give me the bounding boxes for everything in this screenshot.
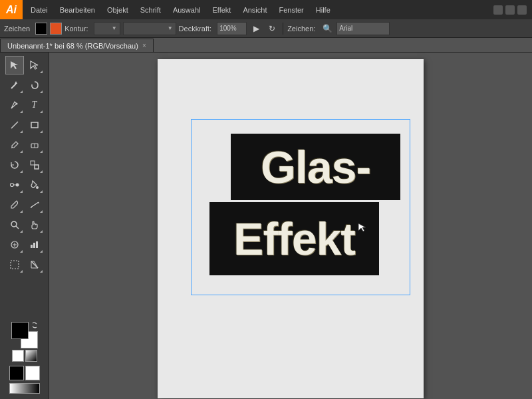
zoom-tool[interactable] [5,215,24,234]
rect-tool[interactable] [25,116,44,134]
canvas-area: Glas- Effekt [49,53,532,399]
text-tool[interactable]: T [25,96,44,114]
tool-row-3: T [5,96,44,114]
paint-bucket-tool[interactable] [25,176,44,194]
gradient-bar[interactable] [9,383,40,394]
tool-row-11 [5,255,44,274]
tool-row-2 [5,76,44,94]
rotate-tool[interactable] [5,156,24,174]
menu-hilfe[interactable]: Hilfe [311,0,336,19]
svg-point-17 [11,221,17,227]
tab-bar: Unbenannt-1* bei 68 % (RGB/Vorschau) × [0,38,532,53]
menu-effekt[interactable]: Effekt [207,0,236,19]
zeichen-label: Zeichen [4,25,30,33]
fill-swatch[interactable] [35,23,47,35]
none-gradient-row [12,350,37,362]
menu-datei[interactable]: Datei [25,0,53,19]
magic-wand-tool[interactable] [5,76,24,94]
options-toolbar: Zeichen Kontur: ▼ ▼ Deckkraft: ▶ ↻ Zeich… [0,19,532,38]
symbol-tool[interactable] [5,235,24,254]
toolbox: T [0,53,49,399]
app-logo: Ai [0,0,23,19]
tool-row-7 [5,176,44,194]
refresh-btn[interactable]: ↻ [265,22,279,35]
svg-line-14 [31,202,39,207]
measure-tool[interactable] [25,196,44,214]
eyedropper-tool[interactable] [5,196,24,214]
deckkraft-arrow-btn[interactable]: ▶ [249,22,263,35]
minimize-btn[interactable] [493,5,503,15]
tool-row-5 [5,136,44,154]
gradient-swatch[interactable] [25,350,37,362]
svg-rect-9 [35,165,39,169]
titlebar: Ai Datei Bearbeiten Objekt Schrift Auswa… [0,0,532,19]
menu-bar: Datei Bearbeiten Objekt Schrift Auswahl … [23,0,336,19]
tool-row-9 [5,215,44,234]
svg-rect-24 [36,241,38,248]
direct-selection-tool[interactable] [25,56,44,74]
svg-point-10 [10,184,13,187]
hand-tool[interactable] [25,215,44,234]
tool-row-4 [5,116,44,134]
none-swatch[interactable] [12,350,24,362]
blend-tool[interactable] [5,176,24,194]
foreground-swatch[interactable] [11,322,29,339]
line-tool[interactable] [5,116,24,134]
document-canvas[interactable]: Glas- Effekt [158,59,424,398]
text-block-effekt[interactable]: Effekt [209,202,379,275]
fg-bg-swatches [11,322,38,348]
document-tab[interactable]: Unbenannt-1* bei 68 % (RGB/Vorschau) × [0,39,154,52]
svg-point-2 [15,103,17,105]
tool-row-10 [5,235,44,254]
font-input[interactable]: Arial [336,22,390,35]
tool-row-6 [5,156,44,174]
kontur-label: Kontur: [65,25,88,33]
white-swatch[interactable] [25,366,40,380]
svg-line-5 [11,147,13,148]
menu-fenster[interactable]: Fenster [273,0,309,19]
graph-tool[interactable] [25,235,44,254]
text-block-glas[interactable]: Glas- [231,134,400,200]
artwork-container: Glas- Effekt [191,119,410,295]
zeichen-label2: Zeichen: [287,25,315,33]
svg-marker-1 [15,81,17,84]
svg-rect-25 [11,261,19,269]
svg-line-3 [11,122,18,128]
menu-schrift[interactable]: Schrift [135,0,166,19]
main-area: T [0,53,532,399]
eraser-tool[interactable] [25,136,44,154]
svg-line-18 [16,226,19,229]
tab-title: Unbenannt-1* bei 68 % (RGB/Vorschau) [7,42,138,50]
text-effekt: Effekt [227,213,362,264]
close-btn[interactable] [517,5,527,15]
selection-tool[interactable] [5,56,24,74]
pencil-tool[interactable] [5,136,24,154]
artboard-tool[interactable] [5,255,24,274]
tab-close-btn[interactable]: × [142,42,146,49]
menu-bearbeiten[interactable]: Bearbeiten [55,0,100,19]
svg-rect-23 [33,243,35,248]
deckkraft-input[interactable] [217,22,247,35]
svg-point-13 [36,186,39,189]
deckkraft-label: Deckkraft: [179,25,212,33]
svg-rect-4 [31,122,38,128]
menu-ansicht[interactable]: Ansicht [237,0,272,19]
maximize-btn[interactable] [505,5,515,15]
svg-rect-8 [31,161,35,165]
swap-colors-btn[interactable] [31,322,38,329]
tool-row-8 [5,196,44,214]
style-dropdown[interactable]: ▼ [123,22,176,35]
stroke-color[interactable] [50,23,62,35]
svg-line-0 [11,84,16,88]
pen-tool[interactable] [5,96,24,114]
menu-auswahl[interactable]: Auswahl [168,0,206,19]
bw-row [9,366,40,380]
kontur-dropdown[interactable]: ▼ [94,22,120,35]
text-glas: Glas- [254,142,377,192]
slice-tool[interactable] [25,255,44,274]
search-icon[interactable]: 🔍 [321,22,334,35]
black-swatch[interactable] [9,366,24,380]
menu-objekt[interactable]: Objekt [102,0,134,19]
scale-tool[interactable] [25,156,44,174]
lasso-tool[interactable] [25,76,44,94]
